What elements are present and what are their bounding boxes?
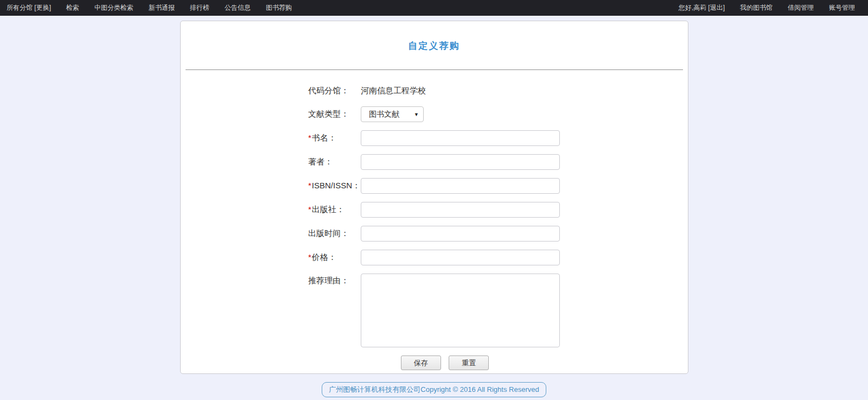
- book-title-row: *书名：: [308, 130, 560, 146]
- footer-copyright-box: 广州图畅计算机科技有限公司Copyright © 2016 All Rights…: [322, 382, 546, 397]
- nav-clc-classification-search[interactable]: 中图分类检索: [87, 0, 141, 16]
- isbn-label-text: ISBN/ISSN：: [312, 181, 360, 190]
- chevron-down-icon: ▼: [414, 112, 419, 117]
- required-marker: *: [308, 133, 311, 142]
- footer-copyright-text: Copyright © 2016 All Rights Reserved: [420, 385, 539, 393]
- author-label: 著者：: [308, 157, 361, 167]
- publish-date-row: 出版时间：: [308, 226, 560, 242]
- price-label-text: 价格：: [312, 252, 336, 262]
- isbn-label: *ISBN/ISSN：: [308, 181, 361, 191]
- reason-label-text: 推荐理由：: [308, 276, 349, 285]
- footer-company-name: 广州图畅计算机科技有限公司: [329, 385, 420, 393]
- required-marker: *: [308, 205, 311, 214]
- nav-account-management[interactable]: 账号管理: [821, 0, 863, 16]
- reset-button[interactable]: 重置: [449, 355, 489, 370]
- price-row: *价格：: [308, 250, 560, 265]
- book-title-label-text: 书名：: [312, 133, 336, 142]
- price-input[interactable]: [361, 250, 560, 265]
- doc-type-select[interactable]: 图书文献 ▼: [361, 106, 424, 122]
- required-marker: *: [308, 252, 311, 262]
- top-nav-bar: 所有分馆 [更换] 检索 中图分类检索 新书通报 排行榜 公告信息 图书荐购 您…: [0, 0, 868, 16]
- author-row: 著者：: [308, 154, 560, 170]
- top-nav-right: 您好,高莉 [退出] 我的图书馆 借阅管理 账号管理: [678, 0, 863, 16]
- reason-textarea[interactable]: [361, 274, 560, 347]
- nav-search[interactable]: 检索: [59, 0, 87, 16]
- nav-borrow-management[interactable]: 借阅管理: [780, 0, 821, 16]
- page-title: 自定义荐购: [181, 21, 688, 52]
- custom-recommendation-card: 自定义荐购 代码分馆： 河南信息工程学校 文献类型： 图书文献 ▼ *书名： 著…: [180, 21, 688, 374]
- publish-date-label-text: 出版时间：: [308, 228, 349, 238]
- isbn-row: *ISBN/ISSN：: [308, 178, 560, 194]
- page-footer: 广州图畅计算机科技有限公司Copyright © 2016 All Rights…: [0, 382, 868, 397]
- publish-date-label: 出版时间：: [308, 228, 361, 239]
- nav-all-branches-switch[interactable]: 所有分馆 [更换]: [5, 0, 59, 16]
- publish-date-input[interactable]: [361, 226, 560, 242]
- nav-my-library[interactable]: 我的图书馆: [732, 0, 780, 16]
- doc-type-selected-value: 图书文献: [369, 110, 399, 119]
- publisher-label: *出版社：: [308, 205, 361, 215]
- top-nav-left: 所有分馆 [更换] 检索 中图分类检索 新书通报 排行榜 公告信息 图书荐购: [5, 0, 299, 16]
- nav-ranking[interactable]: 排行榜: [182, 0, 217, 16]
- nav-greeting-logout[interactable]: 您好,高莉 [退出]: [678, 0, 732, 16]
- required-marker: *: [308, 181, 311, 190]
- reason-row: 推荐理由：: [308, 274, 560, 347]
- doc-type-row: 文献类型： 图书文献 ▼: [308, 106, 560, 122]
- doc-type-label: 文献类型：: [308, 109, 361, 119]
- nav-book-recommendation[interactable]: 图书荐购: [258, 0, 299, 16]
- author-input[interactable]: [361, 154, 560, 170]
- nav-new-book-bulletin[interactable]: 新书通报: [141, 0, 182, 16]
- publisher-input[interactable]: [361, 202, 560, 218]
- book-title-input[interactable]: [361, 130, 560, 146]
- price-label: *价格：: [308, 252, 361, 263]
- save-button[interactable]: 保存: [401, 355, 441, 370]
- title-divider: [186, 69, 683, 70]
- publisher-row: *出版社：: [308, 202, 560, 218]
- isbn-input[interactable]: [361, 178, 560, 194]
- author-label-text: 著者：: [308, 157, 333, 166]
- reason-label: 推荐理由：: [308, 274, 361, 286]
- form-buttons-row: 保存 重置: [308, 355, 560, 370]
- publisher-label-text: 出版社：: [312, 205, 344, 214]
- branch-label: 代码分馆：: [308, 86, 361, 96]
- nav-announcements[interactable]: 公告信息: [217, 0, 258, 16]
- branch-row: 代码分馆： 河南信息工程学校: [308, 83, 560, 98]
- branch-value: 河南信息工程学校: [361, 83, 426, 98]
- book-title-label: *书名：: [308, 133, 361, 143]
- recommendation-form: 代码分馆： 河南信息工程学校 文献类型： 图书文献 ▼ *书名： 著者： *IS…: [308, 83, 560, 370]
